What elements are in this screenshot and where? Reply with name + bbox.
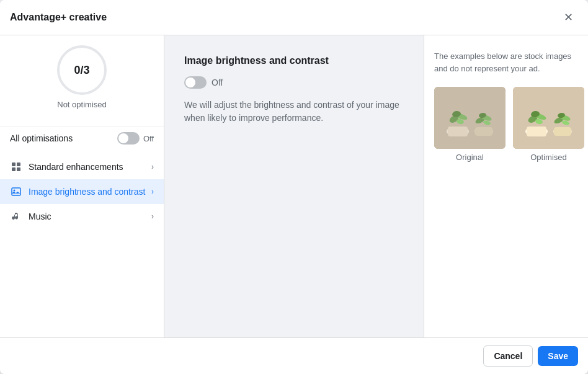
- image-example-original: Original: [434, 87, 506, 162]
- sidebar-item-standard-enhancements[interactable]: Standard enhancements ›: [0, 154, 164, 179]
- sidebar-item-label: Image brightness and contrast: [29, 187, 151, 197]
- chevron-right-icon: ›: [151, 187, 154, 196]
- progress-text: 0/3: [74, 64, 89, 77]
- grid-icon: [10, 161, 22, 173]
- modal-body: 0/3 Not optimised All optimisations Off: [0, 35, 588, 337]
- cancel-button[interactable]: Cancel: [483, 345, 533, 367]
- all-optimisations-row: All optimisations Off: [0, 127, 164, 149]
- center-toggle[interactable]: [184, 76, 207, 89]
- sidebar-item-label: Standard enhancements: [29, 162, 151, 172]
- toggle-knob: [185, 78, 195, 87]
- all-optimisations-toggle[interactable]: [117, 132, 140, 145]
- right-panel-description: The examples below are stock images and …: [434, 50, 578, 74]
- close-button[interactable]: ✕: [558, 7, 578, 27]
- optimised-image: [513, 87, 584, 149]
- all-optimisations-toggle-wrap: Off: [117, 132, 154, 145]
- save-button[interactable]: Save: [538, 346, 578, 366]
- optimised-caption: Optimised: [530, 153, 567, 162]
- modal-title: Advantage+ creative: [10, 12, 107, 23]
- sidebar-item-image-brightness[interactable]: Image brightness and contrast ›: [0, 179, 164, 204]
- sidebar-top: 0/3 Not optimised: [0, 45, 164, 127]
- original-caption: Original: [456, 153, 484, 162]
- all-optimisations-label: All optimisations: [10, 133, 73, 143]
- center-panel: Image brightness and contrast Off We wil…: [164, 35, 424, 337]
- svg-rect-0: [12, 163, 16, 166]
- svg-rect-21: [527, 127, 546, 136]
- svg-rect-3: [17, 167, 20, 171]
- sidebar-nav: Standard enhancements › Image brightness…: [0, 149, 164, 234]
- svg-rect-19: [513, 87, 584, 149]
- not-optimised-label: Not optimised: [57, 100, 106, 109]
- original-image: [434, 87, 506, 149]
- image-examples: Original: [434, 87, 578, 162]
- center-section-title: Image brightness and contrast: [184, 55, 404, 66]
- svg-rect-23: [554, 127, 571, 136]
- plant-svg-original: [434, 87, 506, 149]
- all-optimisations-toggle-label: Off: [143, 134, 154, 143]
- right-panel: The examples below are stock images and …: [424, 35, 588, 337]
- plant-svg-optimised: [513, 87, 584, 149]
- chevron-right-icon: ›: [151, 163, 154, 171]
- center-description: We will adjust the brightness and contra…: [184, 99, 404, 125]
- image-icon: [10, 185, 22, 198]
- sidebar-item-music[interactable]: Music ›: [0, 204, 164, 229]
- chevron-right-icon: ›: [151, 212, 154, 221]
- svg-rect-4: [12, 188, 20, 195]
- close-icon: ✕: [564, 11, 573, 24]
- svg-rect-6: [434, 87, 506, 149]
- center-toggle-label: Off: [212, 78, 223, 87]
- svg-rect-2: [12, 167, 16, 171]
- image-example-optimised: Optimised: [513, 87, 584, 162]
- progress-circle: 0/3: [57, 45, 107, 95]
- svg-rect-1: [17, 163, 20, 166]
- center-toggle-row: Off: [184, 76, 404, 89]
- svg-rect-10: [475, 127, 492, 136]
- toggle-knob: [118, 133, 128, 143]
- modal-footer: Cancel Save: [0, 337, 588, 374]
- modal-header: Advantage+ creative ✕: [0, 0, 588, 35]
- sidebar: 0/3 Not optimised All optimisations Off: [0, 35, 164, 337]
- modal: Advantage+ creative ✕ 0/3 Not optimised …: [0, 0, 588, 374]
- svg-rect-8: [448, 127, 468, 136]
- music-icon: [10, 210, 22, 223]
- svg-point-5: [14, 190, 16, 192]
- sidebar-item-label: Music: [29, 211, 151, 221]
